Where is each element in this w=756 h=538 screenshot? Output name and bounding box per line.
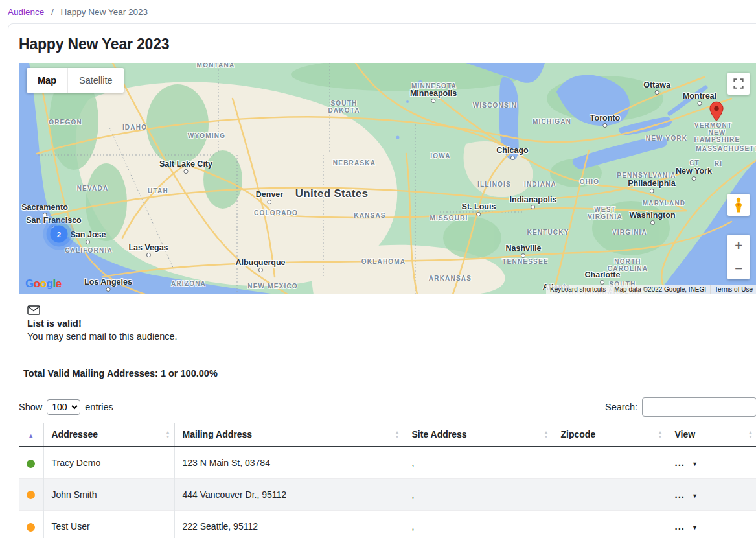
list-status-message: You may send mail to this audience. bbox=[27, 331, 755, 342]
entries-label: entries bbox=[85, 402, 113, 412]
breadcrumb-separator: / bbox=[51, 7, 54, 17]
cell-site-address: , bbox=[404, 447, 553, 478]
sort-ascending-icon bbox=[28, 429, 34, 439]
fullscreen-icon bbox=[733, 78, 744, 89]
divider bbox=[19, 390, 756, 390]
ellipsis-icon: ... bbox=[675, 520, 685, 532]
zoom-control: + − bbox=[727, 235, 750, 279]
map-cluster-marker[interactable]: 2 bbox=[51, 226, 68, 243]
column-header-addressee[interactable]: Addressee bbox=[43, 423, 174, 447]
sort-icon bbox=[658, 430, 663, 439]
cell-addressee: Tracy Demo bbox=[43, 447, 174, 478]
audience-card: Happy New Year 2023 bbox=[8, 23, 756, 538]
search-label: Search: bbox=[605, 402, 637, 412]
zoom-in-button[interactable]: + bbox=[727, 235, 750, 257]
caret-down-icon bbox=[685, 489, 698, 500]
map-pin-marker[interactable] bbox=[709, 101, 724, 124]
sort-icon bbox=[544, 430, 549, 439]
google-logo-letter: e bbox=[56, 277, 62, 290]
cell-mailing-address: 222 Seattle, 95112 bbox=[174, 510, 404, 538]
sort-icon bbox=[395, 430, 400, 439]
cell-mailing-address: 123 N Main St, 03784 bbox=[174, 447, 404, 478]
column-header-view[interactable]: View bbox=[667, 423, 756, 447]
terms-of-use-link[interactable]: Terms of Use bbox=[710, 285, 756, 294]
ellipsis-icon: ... bbox=[675, 489, 685, 500]
column-header-zipcode[interactable]: Zipcode bbox=[553, 423, 667, 447]
page-length-select[interactable]: 100 bbox=[47, 399, 80, 415]
audience-table: Addressee Mailing Address Site Address Z… bbox=[19, 423, 756, 538]
table-header-row: Addressee Mailing Address Site Address Z… bbox=[19, 423, 756, 447]
fullscreen-button[interactable] bbox=[727, 73, 750, 95]
google-logo-letter: G bbox=[25, 277, 34, 290]
sort-icon bbox=[748, 430, 753, 439]
status-dot bbox=[27, 523, 35, 532]
map-country-label: United States bbox=[295, 187, 369, 200]
show-label: Show bbox=[19, 402, 42, 412]
keyboard-shortcuts-link[interactable]: Keyboard shortcuts bbox=[546, 285, 610, 294]
valid-addresses-summary: Total Valid Mailing Addresses: 1 or 100.… bbox=[23, 368, 755, 379]
breadcrumb-current: Happy New Year 2023 bbox=[61, 7, 148, 17]
cell-zipcode bbox=[553, 447, 667, 478]
search-input[interactable] bbox=[642, 397, 756, 417]
list-status-block: List is valid! You may send mail to this… bbox=[27, 305, 755, 342]
map-canvas[interactable]: MONTANA MINNESOTA WISCONSIN SOUTH DAKOTA… bbox=[19, 63, 756, 294]
column-header-status[interactable] bbox=[19, 423, 43, 447]
caret-down-icon bbox=[685, 457, 698, 468]
column-header-site-address[interactable]: Site Address bbox=[404, 423, 553, 447]
page-length-control: Show 100 entries bbox=[19, 399, 113, 415]
cell-site-address: , bbox=[404, 478, 553, 510]
status-dot bbox=[27, 460, 35, 468]
table-row: Test User 222 Seattle, 95112 , ... bbox=[19, 510, 756, 538]
view-dropdown-button[interactable]: ... bbox=[675, 457, 698, 468]
zoom-out-button[interactable]: − bbox=[727, 257, 750, 279]
cell-addressee: John Smith bbox=[43, 478, 174, 510]
map-attribution: Keyboard shortcuts Map data ©2022 Google… bbox=[546, 285, 756, 294]
cell-addressee: Test User bbox=[43, 510, 174, 538]
map-type-control: Map Satellite bbox=[27, 68, 124, 93]
map-type-satellite-button[interactable]: Satellite bbox=[68, 68, 124, 93]
envelope-icon bbox=[27, 305, 40, 315]
pegman-icon bbox=[733, 197, 744, 213]
view-dropdown-button[interactable]: ... bbox=[675, 520, 698, 532]
breadcrumb-link-audience[interactable]: Audience bbox=[8, 7, 44, 17]
cell-mailing-address: 444 Vancouver Dr., 95112 bbox=[174, 478, 404, 510]
page-title: Happy New Year 2023 bbox=[19, 36, 755, 53]
google-logo-letter: g bbox=[47, 277, 53, 290]
caret-down-icon bbox=[685, 520, 698, 532]
google-logo-letter: o bbox=[40, 277, 47, 290]
column-header-mailing-address[interactable]: Mailing Address bbox=[174, 423, 404, 447]
cell-zipcode bbox=[553, 510, 667, 538]
google-logo-letter: o bbox=[34, 277, 40, 290]
search-control: Search: bbox=[605, 397, 756, 417]
table-row: John Smith 444 Vancouver Dr., 95112 , ..… bbox=[19, 478, 756, 510]
pegman-button[interactable] bbox=[727, 194, 750, 216]
status-dot bbox=[27, 491, 35, 499]
map-terrain bbox=[19, 63, 756, 294]
map-type-map-button[interactable]: Map bbox=[27, 68, 68, 93]
cell-site-address: , bbox=[404, 510, 553, 538]
ellipsis-icon: ... bbox=[675, 457, 685, 468]
breadcrumb: Audience / Happy New Year 2023 bbox=[0, 0, 756, 23]
google-logo[interactable]: Google bbox=[25, 277, 62, 290]
view-dropdown-button[interactable]: ... bbox=[675, 489, 698, 500]
cell-zipcode bbox=[553, 478, 667, 510]
list-status-title: List is valid! bbox=[27, 318, 755, 329]
sort-icon bbox=[166, 430, 170, 439]
map-data-attribution: Map data ©2022 Google, INEGI bbox=[610, 285, 710, 294]
table-controls: Show 100 entries Search: bbox=[19, 397, 756, 417]
table-row: Tracy Demo 123 N Main St, 03784 , ... bbox=[19, 447, 756, 478]
